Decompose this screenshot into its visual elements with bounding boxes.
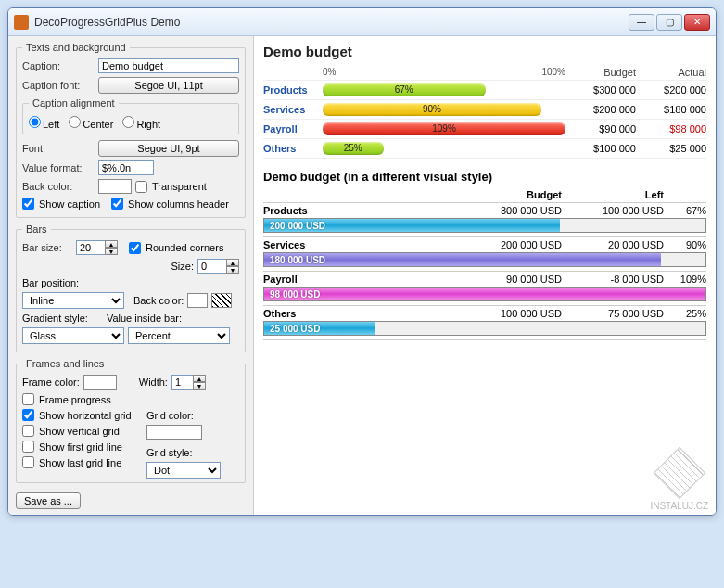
bar-position-select[interactable]: Inline bbox=[22, 292, 124, 309]
progress-bar: 109% bbox=[323, 122, 565, 135]
budget-val: $100 000 bbox=[565, 143, 636, 154]
size-label: Size: bbox=[171, 261, 194, 272]
transparent-checkbox[interactable]: Transparent bbox=[135, 181, 207, 193]
app-icon bbox=[14, 15, 29, 30]
actual-val: $25 000 bbox=[636, 143, 706, 154]
frame-color-swatch[interactable] bbox=[83, 375, 117, 390]
alignment-label: Caption alignment bbox=[29, 97, 119, 109]
corner-size-spinner[interactable]: ▲▼ bbox=[197, 259, 239, 274]
group-label: Texts and background bbox=[22, 42, 130, 53]
frame-width-spinner[interactable]: ▲▼ bbox=[171, 375, 206, 390]
caption-font-label: Caption font: bbox=[22, 80, 95, 91]
minimize-button[interactable]: — bbox=[629, 14, 654, 31]
progress-bar: 25 000 USD bbox=[263, 321, 706, 336]
value-format-input[interactable] bbox=[98, 160, 154, 175]
watermark: INSTALUJ.CZ bbox=[650, 454, 708, 511]
progress-bar: 90% bbox=[323, 103, 541, 116]
progress-bar: 67% bbox=[323, 83, 486, 96]
caption-label: Caption: bbox=[22, 60, 95, 71]
frame-progress-checkbox[interactable]: Frame progress bbox=[22, 393, 137, 405]
row-name: Others bbox=[263, 308, 451, 319]
progress-bar: 98 000 USD bbox=[263, 287, 706, 301]
show-columns-checkbox[interactable]: Show columns header bbox=[111, 198, 229, 210]
close-button[interactable]: ✕ bbox=[684, 14, 710, 31]
gradient-select[interactable]: Glass bbox=[22, 327, 124, 344]
window-title: DecoProgressGridPlus Demo bbox=[34, 16, 629, 29]
row-name: Payroll bbox=[263, 274, 451, 285]
table-row: Others100 000 USD75 000 USD25%25 000 USD bbox=[263, 306, 706, 340]
grid-style-label: Grid style: bbox=[146, 447, 193, 458]
budget-val: $300 000 bbox=[565, 84, 636, 96]
demo2-grid: BudgetLeft Products300 000 USD100 000 US… bbox=[263, 187, 706, 340]
actual-val: $98 000 bbox=[636, 123, 706, 134]
save-as-button[interactable]: Save as ... bbox=[16, 492, 81, 509]
font-label: Font: bbox=[22, 143, 95, 154]
value-inside-select[interactable]: Percent bbox=[128, 327, 230, 344]
settings-panel: Texts and background Caption: Caption fo… bbox=[8, 36, 254, 515]
bar-back-swatch[interactable] bbox=[187, 293, 208, 308]
grid-color-swatch[interactable] bbox=[146, 425, 202, 440]
value-inside-label: Value inside bar: bbox=[107, 313, 182, 324]
progress-bar: 180 000 USD bbox=[263, 252, 706, 267]
col-actual: Actual bbox=[636, 67, 706, 78]
row-name: Payroll bbox=[263, 123, 323, 134]
frame-color-label: Frame color: bbox=[22, 377, 80, 388]
show-hgrid-checkbox[interactable]: Show horizontal grid bbox=[22, 409, 137, 421]
alignment-group: Caption alignment Left Center Right bbox=[22, 97, 239, 134]
demo1-grid: 0%100% Budget Actual Products67%$300 000… bbox=[263, 65, 706, 159]
demo2-title: Demo budget (in a different visual style… bbox=[263, 170, 706, 184]
gradient-label: Gradient style: bbox=[22, 313, 88, 324]
table-row: Others25%$100 000$25 000 bbox=[263, 139, 706, 159]
maximize-button[interactable]: ▢ bbox=[656, 14, 682, 31]
table-row: Payroll109%$90 000$98 000 bbox=[263, 120, 706, 139]
budget-val: $90 000 bbox=[565, 123, 636, 134]
show-caption-checkbox[interactable]: Show caption bbox=[22, 198, 100, 210]
bar-pos-label: Bar position: bbox=[22, 277, 79, 288]
preview-panel: Demo budget 0%100% Budget Actual Product… bbox=[254, 36, 716, 515]
group-label: Frames and lines bbox=[22, 358, 108, 369]
bar-size-label: Bar size: bbox=[22, 242, 72, 253]
align-left-radio[interactable]: Left bbox=[29, 116, 59, 130]
row-name: Products bbox=[263, 205, 451, 216]
caption-input[interactable] bbox=[98, 58, 239, 73]
grid-style-select[interactable]: Dot bbox=[146, 462, 221, 479]
show-last-checkbox[interactable]: Show last grid line bbox=[22, 456, 137, 468]
rounded-checkbox[interactable]: Rounded corners bbox=[129, 242, 223, 254]
table-row: Products67%$300 000$200 000 bbox=[263, 81, 706, 100]
align-center-radio[interactable]: Center bbox=[69, 116, 113, 130]
back-color-swatch[interactable] bbox=[98, 179, 132, 194]
value-format-label: Value format: bbox=[22, 162, 95, 173]
align-right-radio[interactable]: Right bbox=[122, 116, 160, 130]
row-name: Services bbox=[263, 239, 451, 250]
width-label: Width: bbox=[139, 377, 168, 388]
texts-background-group: Texts and background Caption: Caption fo… bbox=[16, 42, 246, 218]
col-budget: Budget bbox=[565, 67, 636, 78]
table-row: Products300 000 USD100 000 USD67%200 000… bbox=[263, 203, 706, 237]
caption-font-button[interactable]: Segoe UI, 11pt bbox=[98, 77, 239, 94]
actual-val: $180 000 bbox=[636, 104, 706, 115]
demo1-title: Demo budget bbox=[263, 44, 706, 59]
bars-group: Bars Bar size: ▲▼ Rounded corners Size: … bbox=[16, 224, 246, 352]
app-window: DecoProgressGridPlus Demo — ▢ ✕ Texts an… bbox=[7, 7, 717, 516]
bar-size-spinner[interactable]: ▲▼ bbox=[76, 240, 118, 255]
show-first-checkbox[interactable]: Show first grid line bbox=[22, 441, 137, 453]
show-vgrid-checkbox[interactable]: Show vertical grid bbox=[22, 425, 137, 437]
row-name: Products bbox=[263, 84, 323, 96]
font-button[interactable]: Segoe UI, 9pt bbox=[98, 140, 239, 157]
budget-val: $200 000 bbox=[565, 104, 636, 115]
group-label: Bars bbox=[22, 224, 51, 235]
table-row: Services90%$200 000$180 000 bbox=[263, 100, 706, 120]
table-row: Payroll90 000 USD-8 000 USD109%98 000 US… bbox=[263, 272, 706, 306]
grid-color-label: Grid color: bbox=[146, 410, 194, 421]
titlebar[interactable]: DecoProgressGridPlus Demo — ▢ ✕ bbox=[8, 8, 716, 36]
row-name: Services bbox=[263, 104, 323, 115]
progress-bar: 200 000 USD bbox=[263, 218, 706, 233]
row-name: Others bbox=[263, 143, 323, 154]
watermark-logo-icon bbox=[653, 447, 705, 500]
table-row: Services200 000 USD20 000 USD90%180 000 … bbox=[263, 237, 706, 272]
back-color-label: Back color: bbox=[22, 181, 95, 192]
bar-hatch-swatch[interactable] bbox=[211, 293, 232, 308]
progress-bar: 25% bbox=[323, 142, 384, 155]
bar-back-color-label: Back color: bbox=[133, 295, 184, 306]
frames-group: Frames and lines Frame color: Width: ▲▼ … bbox=[16, 358, 246, 483]
